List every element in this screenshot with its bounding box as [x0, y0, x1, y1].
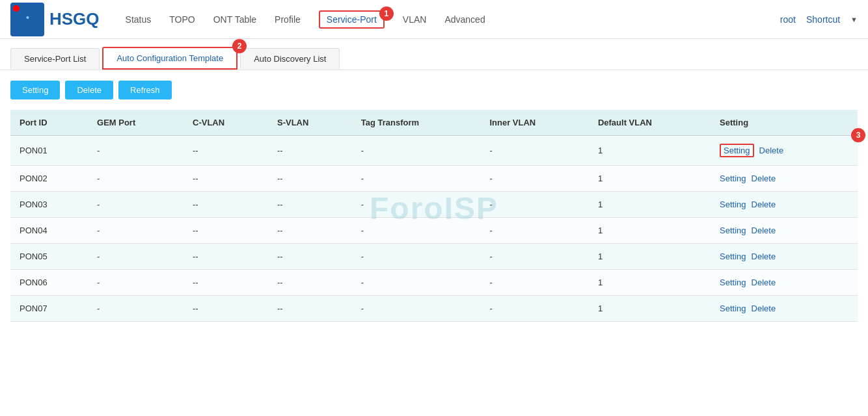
action-delete-link[interactable]: Delete: [752, 174, 776, 183]
nav-item-topo[interactable]: TOPO: [169, 12, 195, 27]
cell-s-vlan: --: [268, 218, 352, 244]
action-setting-link[interactable]: Setting: [720, 174, 746, 183]
action-delete-link[interactable]: Delete: [752, 226, 776, 235]
port-table: Port ID GEM Port C-VLAN S-VLAN Tag Trans…: [10, 110, 858, 322]
cell-tag-transform: -: [352, 296, 481, 322]
cell-default-vlan: 1: [589, 166, 711, 192]
cell-gem-port: -: [88, 218, 183, 244]
cell-tag-transform: -: [352, 192, 481, 218]
refresh-button[interactable]: Refresh: [118, 81, 172, 99]
nav-right: root Shortcut ▼: [780, 12, 858, 27]
cell-c-vlan: --: [183, 166, 268, 192]
tab-auto-configuration-template[interactable]: Auto Configuration Template: [102, 47, 237, 70]
col-tag-transform: Tag Transform: [352, 110, 481, 136]
table-row: PON05-------1SettingDelete: [10, 244, 858, 270]
header: ㆍ HSGQ Status TOPO ONT Table Profile Ser…: [0, 0, 868, 39]
cell-port-id: PON05: [10, 244, 88, 270]
cell-actions: SettingDelete3: [711, 136, 858, 166]
cell-port-id: PON02: [10, 166, 88, 192]
table-header-row: Port ID GEM Port C-VLAN S-VLAN Tag Trans…: [10, 110, 858, 136]
badge-3: 3: [851, 128, 865, 142]
table-row: PON01-------1SettingDelete3: [10, 136, 858, 166]
cell-actions: SettingDelete: [711, 244, 858, 270]
cell-s-vlan: --: [268, 270, 352, 296]
cell-s-vlan: --: [268, 136, 352, 166]
cell-gem-port: -: [88, 296, 183, 322]
nav-item-ont-table[interactable]: ONT Table: [213, 12, 256, 27]
col-s-vlan: S-VLAN: [268, 110, 352, 136]
col-default-vlan: Default VLAN: [589, 110, 711, 136]
cell-inner-vlan: -: [480, 166, 588, 192]
cell-gem-port: -: [88, 192, 183, 218]
action-delete-link[interactable]: Delete: [752, 200, 776, 209]
cell-default-vlan: 1: [589, 244, 711, 270]
tab-auto-discovery-list[interactable]: Auto Discovery List: [240, 48, 340, 69]
cell-c-vlan: --: [183, 192, 268, 218]
nav-item-root[interactable]: root: [780, 12, 796, 27]
cell-gem-port: -: [88, 244, 183, 270]
setting-button[interactable]: Setting: [10, 81, 60, 99]
cell-actions: SettingDelete: [711, 270, 858, 296]
action-setting-link[interactable]: Setting: [720, 252, 746, 261]
cell-port-id: PON04: [10, 218, 88, 244]
cell-actions: SettingDelete: [711, 296, 858, 322]
cell-default-vlan: 1: [589, 218, 711, 244]
action-setting-link[interactable]: Setting: [720, 304, 746, 313]
nav-item-shortcut[interactable]: Shortcut: [806, 12, 840, 27]
col-setting: Setting: [711, 110, 858, 136]
cell-gem-port: -: [88, 136, 183, 166]
logo-dot: [13, 5, 20, 12]
table-row: PON03-------1SettingDelete: [10, 192, 858, 218]
main-nav: Status TOPO ONT Table Profile Service-Po…: [126, 12, 780, 27]
cell-tag-transform: -: [352, 270, 481, 296]
cell-s-vlan: --: [268, 296, 352, 322]
cell-tag-transform: -: [352, 218, 481, 244]
col-port-id: Port ID: [10, 110, 88, 136]
action-setting-link[interactable]: Setting: [720, 226, 746, 235]
cell-c-vlan: --: [183, 244, 268, 270]
cell-inner-vlan: -: [480, 218, 588, 244]
action-setting-link[interactable]: Setting: [720, 278, 746, 287]
nav-item-advanced[interactable]: Advanced: [444, 12, 485, 27]
action-setting-link[interactable]: Setting: [720, 144, 753, 157]
cell-default-vlan: 1: [589, 270, 711, 296]
cell-default-vlan: 1: [589, 192, 711, 218]
table-row: PON07-------1SettingDelete: [10, 296, 858, 322]
action-delete-link[interactable]: Delete: [759, 146, 784, 155]
logo-icon: ㆍ: [10, 3, 44, 36]
shortcut-dropdown-arrow[interactable]: ▼: [850, 16, 858, 23]
col-gem-port: GEM Port: [88, 110, 183, 136]
delete-button[interactable]: Delete: [65, 81, 113, 99]
badge-1: 1: [379, 6, 394, 21]
cell-c-vlan: --: [183, 218, 268, 244]
cell-inner-vlan: -: [480, 244, 588, 270]
logo-text: HSGQ: [49, 9, 100, 29]
nav-item-vlan[interactable]: VLAN: [403, 12, 427, 27]
toolbar: Setting Delete Refresh: [0, 70, 868, 110]
action-setting-link[interactable]: Setting: [720, 200, 746, 209]
cell-s-vlan: --: [268, 244, 352, 270]
cell-port-id: PON03: [10, 192, 88, 218]
cell-inner-vlan: -: [480, 136, 588, 166]
action-delete-link[interactable]: Delete: [752, 304, 776, 313]
nav-item-status[interactable]: Status: [126, 12, 152, 27]
cell-c-vlan: --: [183, 296, 268, 322]
cell-default-vlan: 1: [589, 296, 711, 322]
action-delete-link[interactable]: Delete: [752, 252, 776, 261]
logo-area: ㆍ HSGQ: [10, 3, 100, 36]
cell-c-vlan: --: [183, 270, 268, 296]
cell-default-vlan: 1: [589, 136, 711, 166]
cell-inner-vlan: -: [480, 192, 588, 218]
cell-s-vlan: --: [268, 192, 352, 218]
cell-actions: SettingDelete: [711, 192, 858, 218]
sub-tabs: Service-Port List Auto Configuration Tem…: [0, 39, 868, 70]
tab-service-port-list[interactable]: Service-Port List: [10, 48, 100, 69]
cell-port-id: PON07: [10, 296, 88, 322]
nav-item-service-port[interactable]: Service-Port: [319, 10, 385, 29]
cell-port-id: PON06: [10, 270, 88, 296]
cell-s-vlan: --: [268, 166, 352, 192]
action-delete-link[interactable]: Delete: [752, 278, 776, 287]
nav-item-profile[interactable]: Profile: [275, 12, 301, 27]
table-row: PON02-------1SettingDelete: [10, 166, 858, 192]
cell-tag-transform: -: [352, 166, 481, 192]
